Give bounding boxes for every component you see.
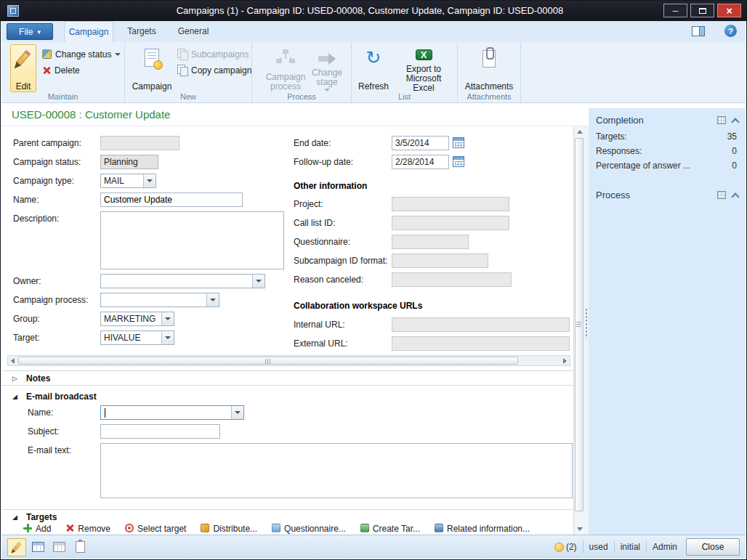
section-notes[interactable]: ▷ Notes (1, 370, 573, 386)
factbox-sidebar: Completion Targets: 35 Responses: 0 Perc… (589, 108, 746, 535)
collapse-chevron-icon[interactable] (731, 192, 739, 200)
scroll-right-button[interactable] (560, 356, 570, 365)
delete-label: Delete (54, 65, 80, 76)
followup-date-field[interactable]: 2/28/2014 (392, 155, 449, 169)
end-date-field[interactable]: 3/5/2014 (392, 136, 449, 150)
statusbar-divider (646, 540, 647, 553)
change-status-button[interactable]: Change status (42, 47, 121, 61)
grid-view-icon (32, 542, 44, 552)
collapse-chevron-icon[interactable] (731, 118, 739, 126)
section-targets[interactable]: ◢ Targets (1, 509, 573, 524)
attachments-button[interactable]: Attachments (464, 44, 514, 92)
notifications-icon[interactable] (554, 543, 564, 552)
vertical-scrollbar-thumb[interactable] (575, 138, 584, 511)
minimize-button[interactable]: ─ (663, 4, 687, 17)
help-icon[interactable]: ? (724, 25, 737, 37)
tab-targets[interactable]: Targets (118, 21, 166, 42)
select-target-button[interactable]: Select target (125, 524, 186, 535)
owner-combo[interactable] (100, 274, 265, 288)
edit-mode-pencil-icon (12, 542, 22, 552)
subcampaign-format-field (392, 253, 488, 268)
new-campaign-button[interactable]: Campaign (132, 44, 171, 92)
panel-grid-icon[interactable] (717, 116, 726, 124)
panel-grid-icon[interactable] (717, 191, 726, 199)
scroll-down-button[interactable] (575, 524, 584, 534)
description-textarea[interactable] (100, 211, 284, 269)
followup-date-calendar-icon[interactable] (453, 156, 464, 167)
email-name-combo[interactable] (100, 405, 244, 420)
change-stage-icon (318, 50, 336, 63)
horizontal-scrollbar-thumb[interactable] (18, 357, 518, 365)
horizontal-scrollbar[interactable] (7, 355, 570, 366)
clipboard-button[interactable] (70, 538, 89, 556)
end-date-calendar-icon[interactable] (453, 137, 464, 148)
close-window-button[interactable]: × (717, 4, 741, 17)
process-panel-header[interactable]: Process (589, 183, 746, 204)
group-value: MARKETING (104, 314, 160, 324)
parent-campaign-field (100, 136, 179, 150)
create-target-button[interactable]: Create Tar... (360, 524, 420, 535)
copy-campaign-button[interactable]: Copy campaign (177, 63, 251, 77)
owner-dropdown-button[interactable] (252, 275, 265, 288)
arrow-down-icon (577, 527, 583, 531)
tab-campaign[interactable]: Campaign (64, 21, 113, 42)
campaign-process-dropdown-button[interactable] (206, 293, 219, 307)
scroll-up-button[interactable] (575, 127, 584, 137)
distribute-button[interactable]: Distribute... (201, 524, 257, 535)
maximize-button[interactable] (690, 4, 714, 17)
campaign-type-combo[interactable]: MAIL (100, 174, 156, 188)
change-stage-label: Change stage (310, 68, 344, 87)
copy-campaign-label: Copy campaign (191, 65, 251, 76)
ribbon-group-new: Campaign Subcampaigns Copy campaign New (125, 42, 252, 102)
parent-campaign-label: Parent campaign: (13, 138, 81, 148)
completion-row-responses: Responses: 0 (589, 144, 746, 158)
layout-panes-icon[interactable] (692, 26, 705, 36)
questionnaire-button[interactable]: Questionnaire... (272, 524, 346, 535)
completion-responses-value: 0 (732, 146, 737, 156)
details-view-button[interactable] (49, 538, 68, 556)
edit-button-label: Edit (16, 82, 31, 92)
group-combo[interactable]: MARKETING (100, 312, 174, 326)
export-excel-button[interactable]: X Export to Microsoft Excel (394, 44, 453, 92)
notification-count[interactable]: (2) (566, 542, 577, 552)
refresh-button[interactable]: ↻ Refresh (356, 44, 391, 92)
grid-view-button[interactable] (28, 538, 47, 556)
vertical-scrollbar[interactable] (573, 126, 584, 535)
delete-button[interactable]: Delete (42, 63, 80, 77)
remove-label: Remove (78, 524, 110, 534)
ribbon: Edit Change status Delete Maintain Campa… (1, 42, 746, 103)
email-name-dropdown-button[interactable] (231, 406, 243, 419)
name-label: Name: (13, 195, 39, 205)
titlebar[interactable]: Campaigns (1) - Campaign ID: USED-00008,… (1, 1, 746, 21)
group-dropdown-button[interactable] (161, 312, 174, 325)
remove-target-button[interactable]: Remove (65, 524, 110, 535)
email-text-textarea[interactable] (100, 443, 573, 498)
target-dropdown-button[interactable] (161, 331, 174, 344)
external-url-field (392, 336, 570, 351)
scroll-left-button[interactable] (8, 356, 17, 365)
campaign-type-dropdown-button[interactable] (143, 174, 156, 187)
related-information-button[interactable]: Related information... (435, 524, 530, 535)
tab-general[interactable]: General (170, 21, 217, 42)
related-information-icon (435, 524, 443, 532)
add-target-button[interactable]: Add (23, 524, 51, 535)
email-section-title: E-mail broadcast (26, 391, 97, 402)
ribbon-tab-row: File ▾ Campaign Targets General ? (1, 21, 746, 42)
completion-panel-title: Completion (596, 115, 644, 126)
name-input[interactable] (100, 192, 243, 207)
ribbon-group-maintain: Edit Change status Delete Maintain (1, 42, 125, 102)
campaign-process-combo[interactable] (100, 293, 219, 307)
project-label: Project: (294, 199, 323, 209)
target-combo[interactable]: HIVALUE (100, 330, 174, 345)
edit-mode-button[interactable] (7, 538, 26, 556)
close-button[interactable]: Close (686, 538, 740, 556)
section-email-broadcast[interactable]: ◢ E-mail broadcast (1, 389, 573, 404)
email-subject-input[interactable] (100, 424, 220, 439)
subcampaigns-button: Subcampaigns (177, 47, 249, 61)
file-menu-button[interactable]: File ▾ (7, 23, 53, 40)
edit-button[interactable]: Edit (10, 44, 36, 92)
completion-panel-header[interactable]: Completion (589, 108, 746, 129)
page-title: USED-00008 : Customer Update (12, 108, 170, 121)
internal-url-field (392, 317, 570, 332)
user-field: Admin (653, 542, 677, 552)
